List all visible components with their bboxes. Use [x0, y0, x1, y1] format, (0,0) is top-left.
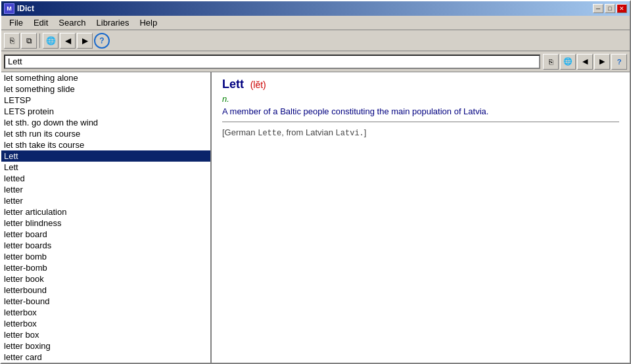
list-item[interactable]: letted	[1, 173, 210, 184]
list-item[interactable]: letter boards	[1, 240, 210, 251]
list-item[interactable]: letter blindness	[1, 217, 210, 229]
list-item[interactable]: letter	[1, 195, 210, 206]
title-bar-buttons: ─ □ ✕	[593, 4, 627, 13]
toolbar-sep-1	[39, 34, 40, 48]
qmark-icon-btn[interactable]: ?	[611, 54, 627, 70]
menu-libraries[interactable]: Libraries	[91, 16, 135, 29]
menu-bar: File Edit Search Libraries Help	[1, 16, 630, 30]
def-headword: Lett	[222, 78, 244, 91]
etymology-german: Lette	[258, 129, 281, 138]
list-item[interactable]: LETSP	[1, 95, 210, 106]
list-item[interactable]: Lett	[1, 150, 210, 162]
title-bar-left: M IDict	[4, 3, 34, 14]
menu-file[interactable]: File	[4, 16, 28, 29]
list-item[interactable]: letter board	[1, 229, 210, 240]
app-icon: M	[4, 3, 14, 14]
main-window: M IDict ─ □ ✕ File Edit Search Libraries…	[0, 0, 631, 364]
list-item[interactable]: letter-bound	[1, 296, 210, 307]
list-item[interactable]: LETS protein	[1, 106, 210, 117]
def-pos: n.	[222, 94, 619, 104]
def-text: A member of a Baltic people constituting…	[222, 106, 619, 116]
list-item[interactable]: letter-bomb	[1, 262, 210, 273]
list-item[interactable]: letterbox	[1, 318, 210, 329]
search-bar: ⎘ 🌐 ◀ ▶ ?	[1, 51, 630, 72]
definition-panel: Lett (lĕt) n. A member of a Baltic peopl…	[212, 72, 630, 363]
list-item[interactable]: Lett	[1, 162, 210, 173]
close-button[interactable]: ✕	[617, 4, 627, 13]
window-title: IDict	[17, 4, 34, 13]
def-header: Lett (lĕt)	[222, 78, 619, 91]
back-btn[interactable]: ◀	[60, 33, 76, 49]
minimize-button[interactable]: ─	[593, 4, 603, 13]
word-list-panel: let something alonelet something slideLE…	[1, 72, 212, 363]
menu-help[interactable]: Help	[134, 16, 162, 29]
list-item[interactable]: letterbox	[1, 307, 210, 318]
list-item[interactable]: letterbound	[1, 284, 210, 296]
def-etymology: [German Lette, from Latvian Latvi.]	[222, 127, 619, 138]
menu-search[interactable]: Search	[53, 16, 91, 29]
list-item[interactable]: let something alone	[1, 72, 210, 83]
def-pronunciation: (lĕt)	[250, 80, 266, 90]
list-item[interactable]: let sth run its course	[1, 128, 210, 139]
clipboard-icon-btn[interactable]: ⎘	[543, 54, 559, 70]
list-item[interactable]: letter book	[1, 273, 210, 284]
list-item[interactable]: letter articulation	[1, 206, 210, 217]
list-item[interactable]: let something slide	[1, 83, 210, 95]
etymology-latvian: Latvi.	[336, 129, 364, 138]
list-item[interactable]: let sth take its course	[1, 139, 210, 150]
search-right-buttons: ⎘ 🌐 ◀ ▶ ?	[543, 54, 627, 70]
word-list[interactable]: let something alonelet something slideLE…	[1, 72, 210, 363]
maximize-button[interactable]: □	[605, 4, 615, 13]
globe-icon-btn[interactable]: 🌐	[560, 54, 576, 70]
copy-btn[interactable]: ⎘	[4, 33, 20, 49]
list-item[interactable]: letter	[1, 184, 210, 195]
list-item[interactable]: let sth. go down the wind	[1, 117, 210, 128]
next-icon-btn[interactable]: ▶	[594, 54, 610, 70]
main-content: let something alonelet something slideLE…	[1, 72, 630, 363]
prev-icon-btn[interactable]: ◀	[577, 54, 593, 70]
copy2-btn[interactable]: ⧉	[21, 33, 37, 49]
search-input[interactable]	[4, 55, 540, 69]
menu-edit[interactable]: Edit	[28, 16, 53, 29]
forward-btn[interactable]: ▶	[77, 33, 93, 49]
def-divider	[222, 122, 619, 122]
title-bar: M IDict ─ □ ✕	[1, 1, 630, 16]
list-item[interactable]: letter card	[1, 352, 210, 363]
list-item[interactable]: letter bomb	[1, 251, 210, 262]
list-item[interactable]: letter box	[1, 329, 210, 340]
toolbar: ⎘ ⧉ 🌐 ◀ ▶ ?	[1, 30, 630, 51]
help-btn[interactable]: ?	[94, 33, 110, 49]
globe-btn[interactable]: 🌐	[43, 33, 58, 49]
list-item[interactable]: letter boxing	[1, 340, 210, 352]
